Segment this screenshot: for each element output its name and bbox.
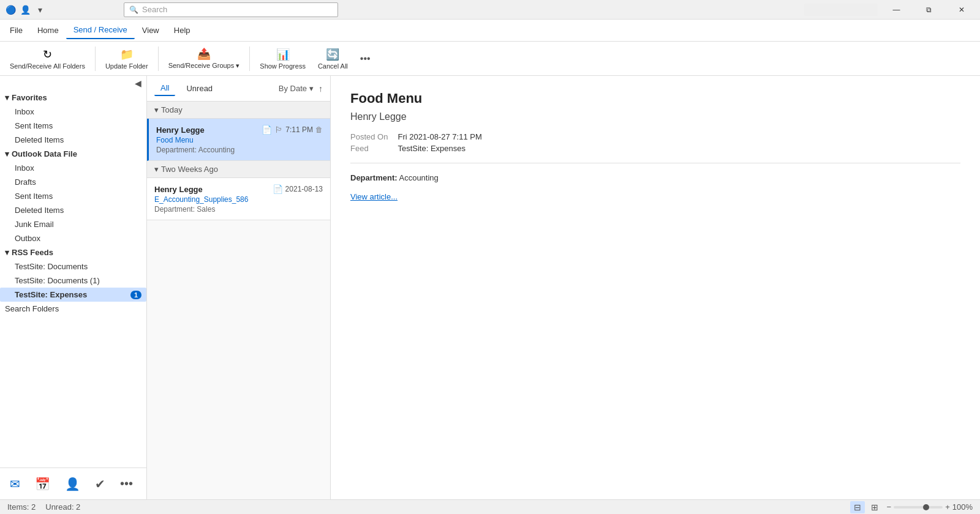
menu-file[interactable]: File (2, 22, 30, 39)
search-placeholder: Search (142, 5, 167, 14)
zoom-in-icon[interactable]: + (945, 502, 950, 512)
account-info (804, 4, 878, 16)
sidebar-item-sent-favorites-label: Sent Items (15, 121, 53, 130)
zoom-out-icon[interactable]: − (887, 502, 892, 512)
cancel-all-button[interactable]: 🔄 Cancel All (313, 45, 353, 72)
show-progress-icon: 📊 (276, 48, 290, 61)
email-item-accounting-header: Henry Legge 📄 2021-08-13 (154, 184, 323, 194)
sidebar-item-search-folders[interactable]: Search Folders (0, 302, 146, 316)
nav-calendar-icon[interactable]: 📅 (32, 474, 53, 494)
sidebar-item-deleted-favorites[interactable]: Deleted Items (0, 133, 146, 147)
sidebar-item-drafts[interactable]: Drafts (0, 175, 146, 189)
sidebar-item-inbox-favorites-label: Inbox (15, 107, 34, 116)
sidebar-item-sent-favorites[interactable]: Sent Items (0, 119, 146, 133)
reading-divider (350, 163, 960, 163)
feed-label: Feed (350, 144, 388, 153)
sidebar-bottom-nav: ✉ 📅 👤 ✔ ••• (0, 467, 146, 499)
update-folder-label: Update Folder (105, 62, 148, 70)
flag-icon-1: 🏳 (274, 125, 283, 135)
zoom-slider[interactable] (894, 506, 943, 508)
email-preview-1: Department: Accounting (156, 146, 323, 154)
email-meta-1: 📄 🏳 7:11 PM 🗑 (262, 125, 323, 135)
show-progress-button[interactable]: 📊 Show Progress (255, 45, 311, 72)
sidebar-item-junk[interactable]: Junk Email (0, 217, 146, 231)
restore-button[interactable]: ⧉ (915, 0, 943, 20)
sort-button[interactable]: By Date ▾ (279, 84, 314, 93)
email-list-panel: All Unread By Date ▾ ↑ ▾ Today Henry Leg… (147, 76, 331, 499)
email-group-today: ▾ Today (147, 102, 330, 119)
view-article-link[interactable]: View article... (350, 192, 398, 201)
email-list-header: All Unread By Date ▾ ↑ (147, 76, 330, 102)
menu-home[interactable]: Home (30, 22, 66, 39)
view-btn-normal[interactable]: ⊟ (850, 501, 865, 513)
minimize-button[interactable]: — (883, 0, 910, 20)
menu-view[interactable]: View (135, 22, 167, 39)
tab-unread[interactable]: Unread (180, 81, 219, 95)
testsite-docs-1-label: TestSite: Documents (1) (15, 276, 100, 285)
sidebar-item-testsite-docs[interactable]: TestSite: Documents (0, 259, 146, 274)
rss-feeds-header[interactable]: ▾ RSS Feeds (0, 245, 146, 259)
tab-all[interactable]: All (154, 81, 175, 96)
sidebar-collapse-button[interactable]: ◀ (0, 76, 146, 91)
sidebar-item-inbox[interactable]: Inbox (0, 161, 146, 175)
email-group-two-weeks: ▾ Two Weeks Ago (147, 161, 330, 178)
today-chevron-icon: ▾ (154, 105, 159, 114)
search-bar[interactable]: 🔍 Search (124, 2, 338, 17)
posted-on-label: Posted On (350, 132, 388, 141)
attachment-icon-1: 📄 (262, 125, 272, 135)
email-delete-icon-1[interactable]: 🗑 (315, 125, 323, 134)
send-receive-groups-button[interactable]: 📤 Send/Receive Groups ▾ (164, 45, 245, 72)
menu-send-receive[interactable]: Send / Receive (66, 21, 135, 39)
sidebar-item-testsite-expenses[interactable]: TestSite: Expenses 1 (0, 288, 146, 302)
nav-people-icon[interactable]: 👤 (62, 474, 83, 494)
email-preview-2: Department: Sales (154, 205, 323, 214)
zoom-slider-thumb (923, 504, 929, 510)
zoom-controls: − + 100% (887, 502, 973, 512)
window-controls: — ⧉ ✕ (804, 0, 975, 20)
email-item-food-menu[interactable]: Henry Legge 📄 🏳 7:11 PM 🗑 Food Menu Depa… (147, 119, 330, 161)
send-receive-all-button[interactable]: ↻ Send/Receive All Folders (5, 45, 90, 72)
nav-mail-icon[interactable]: ✉ (7, 474, 23, 494)
testsite-expenses-badge: 1 (130, 291, 141, 299)
search-folders-label: Search Folders (5, 304, 59, 313)
toolbar-separator-1 (95, 47, 96, 71)
sidebar-item-deleted[interactable]: Deleted Items (0, 203, 146, 217)
reading-body: Department: Accounting (350, 173, 960, 182)
toolbar-more-button[interactable]: ••• (355, 51, 375, 67)
view-btn-compact[interactable]: ⊞ (867, 501, 882, 513)
dropdown-icon[interactable]: ▾ (34, 4, 45, 15)
show-progress-label: Show Progress (260, 62, 306, 70)
menu-help[interactable]: Help (167, 22, 198, 39)
reading-title: Food Menu (350, 91, 960, 106)
reading-pane: Food Menu Henry Legge Posted On Fri 2021… (331, 76, 980, 499)
sort-asc-button[interactable]: ↑ (318, 84, 323, 94)
profile-icon: 👤 (20, 4, 31, 15)
send-receive-all-label: Send/Receive All Folders (10, 62, 85, 70)
app-icon: 🔵 (5, 4, 16, 15)
outlook-data-file-header[interactable]: ▾ Outlook Data File (0, 147, 146, 161)
sidebar-item-outbox[interactable]: Outbox (0, 231, 146, 245)
feed-value: TestSite: Expenses (398, 144, 960, 153)
sidebar-item-sent[interactable]: Sent Items (0, 189, 146, 203)
sidebar-item-testsite-docs-1[interactable]: TestSite: Documents (1) (0, 274, 146, 288)
send-receive-groups-label: Send/Receive Groups ▾ (168, 62, 240, 70)
favorites-chevron-icon: ▾ (5, 93, 9, 102)
update-folder-button[interactable]: 📁 Update Folder (100, 45, 153, 72)
favorites-group-header[interactable]: ▾ Favorites (0, 91, 146, 105)
nav-more-icon[interactable]: ••• (118, 474, 135, 493)
send-receive-groups-icon: 📤 (197, 47, 211, 61)
cancel-all-icon: 🔄 (326, 48, 339, 61)
close-button[interactable]: ✕ (948, 0, 975, 20)
body-department-label: Department: (350, 173, 398, 182)
sidebar-item-inbox-favorites[interactable]: Inbox (0, 105, 146, 119)
body-department-value: Accounting (399, 173, 438, 182)
email-meta-2: 📄 2021-08-13 (273, 184, 323, 194)
rss-chevron-icon: ▾ (5, 248, 9, 257)
reading-sender: Henry Legge (350, 111, 960, 122)
nav-tasks-icon[interactable]: ✔ (92, 474, 108, 494)
search-icon: 🔍 (129, 6, 138, 14)
email-item-accounting-supplies[interactable]: Henry Legge 📄 2021-08-13 E_Accounting_Su… (147, 178, 330, 220)
toolbar-separator-3 (249, 47, 250, 71)
menu-bar: File Home Send / Receive View Help (0, 20, 980, 42)
view-toggle: ⊟ ⊞ (850, 501, 882, 513)
